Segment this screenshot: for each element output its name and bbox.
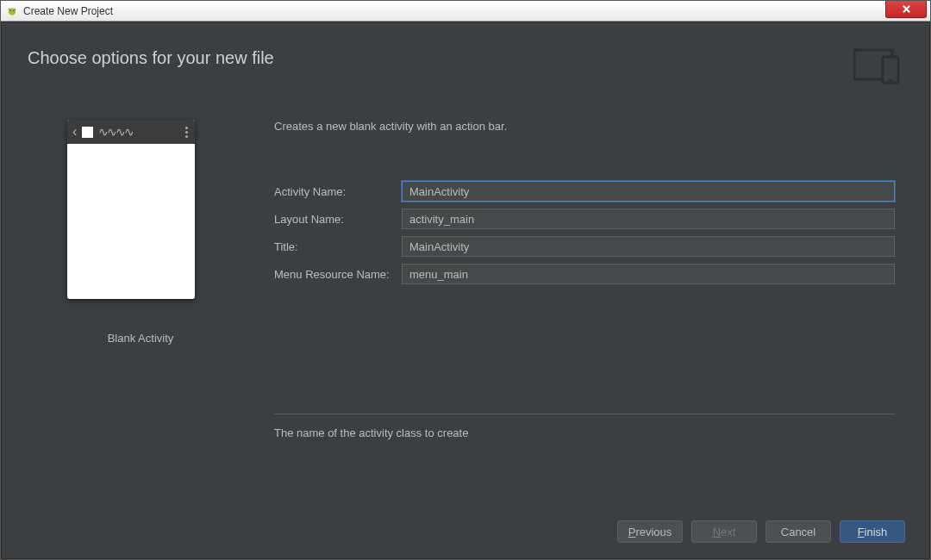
hint-separator [274, 414, 895, 414]
title-input[interactable] [402, 236, 895, 257]
svg-rect-4 [883, 57, 898, 83]
activity-name-input[interactable] [402, 181, 895, 202]
svg-rect-5 [889, 79, 892, 81]
title-placeholder-icon: ∿∿∿∿ [98, 125, 180, 139]
template-description: Creates a new blank activity with an act… [274, 120, 895, 133]
close-button[interactable] [885, 1, 927, 18]
template-preview: ‹ ∿∿∿∿ [67, 120, 195, 299]
template-name: Blank Activity [67, 332, 214, 345]
back-chevron-icon: ‹ [72, 124, 77, 140]
dialog-content: Choose options for your new file ‹ ∿∿∿∿ … [1, 22, 930, 559]
previous-button[interactable]: Previous [617, 520, 683, 543]
window-title: Create New Project [23, 5, 113, 17]
titlebar: Create New Project [1, 1, 930, 22]
menu-name-label: Menu Resource Name: [274, 268, 402, 281]
form-factor-icon [853, 48, 905, 86]
app-icon [6, 5, 18, 17]
wizard-footer: Previous Next Cancel Finish [617, 520, 905, 543]
svg-point-1 [10, 9, 11, 10]
next-button: Next [691, 520, 757, 543]
svg-point-2 [13, 9, 14, 10]
app-launcher-icon [82, 127, 93, 138]
title-label: Title: [274, 240, 402, 253]
overflow-menu-icon [185, 127, 190, 138]
activity-name-label: Activity Name: [274, 185, 402, 198]
finish-button[interactable]: Finish [840, 520, 905, 543]
layout-name-label: Layout Name: [274, 213, 402, 226]
preview-actionbar: ‹ ∿∿∿∿ [67, 120, 195, 144]
page-heading: Choose options for your new file [28, 48, 895, 68]
layout-name-input[interactable] [402, 208, 895, 229]
field-hint: The name of the activity class to create [274, 426, 895, 439]
close-icon [902, 4, 911, 14]
cancel-button[interactable]: Cancel [765, 520, 831, 543]
menu-name-input[interactable] [402, 264, 895, 284]
